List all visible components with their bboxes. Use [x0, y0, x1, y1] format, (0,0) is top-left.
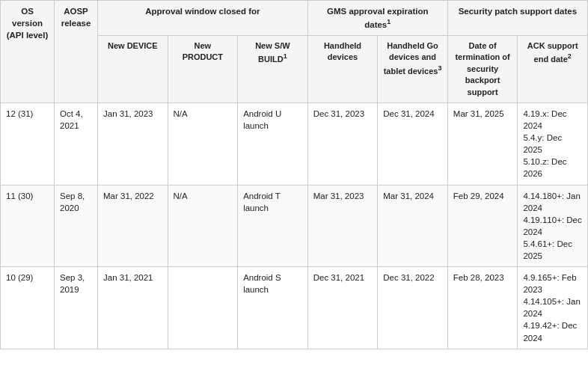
new-device-header: New DEVICE: [98, 36, 168, 103]
aosp-release-cell: Oct 4, 2021: [55, 102, 98, 185]
os-version-cell: 11 (30): [1, 185, 55, 267]
ack-support-header: ACK support end date2: [518, 36, 588, 103]
new-device-cell: Jan 31, 2021: [98, 267, 168, 349]
handheld-devices-cell: Dec 31, 2021: [307, 267, 378, 349]
aosp-release-cell: Sep 8, 2020: [55, 185, 98, 267]
security-termination-cell: Feb 28, 2023: [447, 267, 518, 349]
new-product-cell: N/A: [168, 102, 238, 185]
new-product-cell: N/A: [168, 185, 238, 267]
new-sw-build-cell: Android S launch: [238, 267, 308, 349]
gms-expiration-header: GMS approval expiration dates1: [307, 1, 447, 36]
ack-support-cell: 4.9.165+: Feb 20234.14.105+: Jan 20244.1…: [518, 267, 588, 349]
ack-support-cell: 4.14.180+: Jan 20244.19.110+: Dec 20245.…: [518, 185, 588, 267]
new-product-header: New PRODUCT: [168, 36, 238, 103]
handheld-devices-cell: Mar 31, 2023: [307, 185, 378, 267]
new-device-cell: Mar 31, 2022: [98, 185, 168, 267]
table-row: 11 (30)Sep 8, 2020Mar 31, 2022N/AAndroid…: [1, 185, 588, 267]
table-row: 12 (31)Oct 4, 2021Jan 31, 2023N/AAndroid…: [1, 102, 588, 185]
new-product-cell: [168, 267, 238, 349]
approval-window-header: Approval window closed for: [98, 1, 308, 36]
security-termination-header: Date of termination of security backport…: [447, 36, 518, 103]
security-termination-cell: Mar 31, 2025: [447, 102, 518, 185]
handheld-go-header: Handheld Go devices and tablet devices3: [378, 36, 448, 103]
handheld-go-cell: Dec 31, 2022: [378, 267, 448, 349]
new-sw-build-header: New S/W BUILD1: [238, 36, 308, 103]
handheld-go-cell: Mar 31, 2024: [378, 185, 448, 267]
aosp-release-header: AOSP release: [55, 1, 98, 103]
handheld-go-cell: Dec 31, 2024: [378, 102, 448, 185]
new-device-cell: Jan 31, 2023: [98, 102, 168, 185]
table-row: 10 (29)Sep 3, 2019Jan 31, 2021Android S …: [1, 267, 588, 349]
new-sw-build-cell: Android U launch: [238, 102, 308, 185]
handheld-devices-cell: Dec 31, 2023: [307, 102, 378, 185]
security-termination-cell: Feb 29, 2024: [447, 185, 518, 267]
security-patch-header: Security patch support dates: [447, 1, 587, 36]
new-sw-build-cell: Android T launch: [238, 185, 308, 267]
handheld-devices-header: Handheld devices: [307, 36, 378, 103]
aosp-release-cell: Sep 3, 2019: [55, 267, 98, 349]
os-version-cell: 12 (31): [1, 102, 55, 185]
os-version-header: OS version (API level): [1, 1, 55, 103]
ack-support-cell: 4.19.x: Dec 20245.4.y: Dec 20255.10.z: D…: [518, 102, 588, 185]
os-version-cell: 10 (29): [1, 267, 55, 349]
